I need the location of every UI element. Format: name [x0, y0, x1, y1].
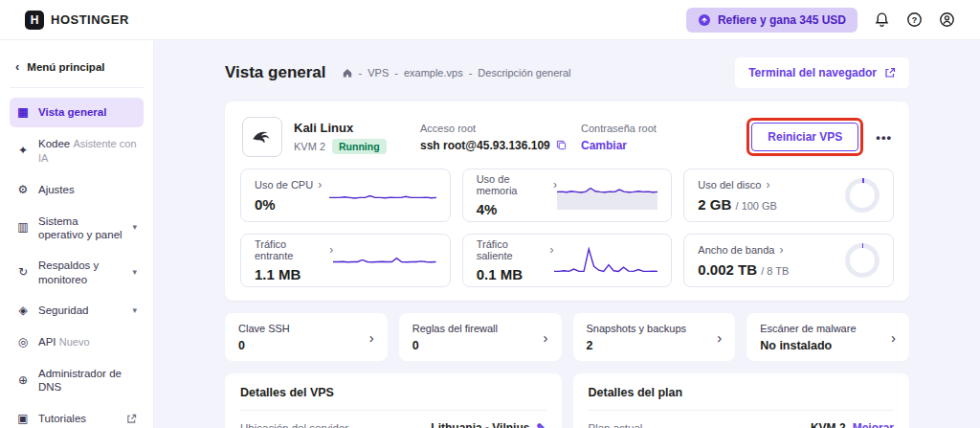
chevron-down-icon: ▾: [132, 305, 137, 316]
os-logo-icon: [242, 117, 282, 157]
metric-card-bandwidth[interactable]: Ancho de banda› 0.002 TB / 8 TB: [683, 234, 894, 287]
root-password-block: Contraseña root Cambiar: [581, 123, 742, 152]
browser-terminal-button[interactable]: Terminal del navegador: [735, 57, 909, 88]
metric-card-traffic-in[interactable]: Tráfico entrante› 1.1 MB: [240, 234, 451, 287]
status-badge: Running: [332, 139, 387, 154]
metric-card-memory[interactable]: Uso de memoria› 4%: [462, 169, 673, 222]
help-icon[interactable]: ?: [906, 11, 923, 28]
topbar-actions: Refiere y gana 345 USD ?: [686, 8, 955, 33]
chevron-right-icon: ›: [779, 243, 783, 257]
sidebar-item-sistema-operativo[interactable]: ▥ Sistema operativo y panel ▾: [10, 207, 144, 250]
dns-globe-icon: ⊕: [16, 373, 30, 388]
breadcrumb-separator: -: [469, 67, 473, 79]
metric-value: 2 GB: [698, 196, 731, 213]
breadcrumb-crumb: Descripción general: [478, 67, 570, 79]
notifications-bell-icon[interactable]: [874, 11, 890, 28]
sidebar-item-ajustes[interactable]: ⚙ Ajustes: [10, 175, 144, 205]
backups-restore-icon: ↻: [16, 265, 30, 280]
chevron-right-icon: ›: [544, 329, 548, 346]
server-location-value: Lithuania - Vilnius: [431, 421, 529, 428]
home-icon: [342, 67, 353, 79]
chevron-right-icon: ›: [766, 178, 769, 191]
metric-value: 4%: [477, 201, 498, 217]
change-password-link[interactable]: Cambiar: [581, 139, 627, 152]
back-label: Menú principal: [27, 61, 104, 73]
more-options-icon[interactable]: •••: [876, 130, 892, 145]
main-content: Vista general - VPS - example.vps - Desc…: [154, 40, 980, 428]
bandwidth-donut-chart: [845, 243, 880, 278]
metric-value: 0%: [255, 196, 276, 213]
plan-details-title: Detalles del plan: [589, 386, 895, 411]
metric-card-traffic-out[interactable]: Tráfico saliente› 0.1 MB: [462, 234, 673, 287]
annotation-highlight-box: Reiniciar VPS: [746, 118, 863, 156]
root-access-label: Acceso root: [420, 123, 581, 134]
edit-pencil-icon[interactable]: ✎: [536, 421, 546, 428]
sidebar-item-vista-general[interactable]: ▦ Vista general: [10, 98, 144, 127]
breadcrumb-crumb[interactable]: VPS: [368, 67, 389, 79]
sidebar-item-dns[interactable]: ⊕ Administrador de DNS: [10, 359, 144, 402]
ssh-key-card[interactable]: Clave SSH 0 ›: [225, 313, 388, 361]
metric-value: 0.1 MB: [477, 266, 523, 282]
metric-label: Uso del disco: [698, 179, 761, 191]
referral-icon: [698, 13, 711, 27]
hostinger-logo[interactable]: H HOSTINGER: [25, 11, 129, 30]
chevron-right-icon: ›: [891, 329, 896, 346]
chevron-right-icon: ›: [318, 178, 322, 191]
referral-label: Refiere y gana 345 USD: [718, 13, 846, 27]
breadcrumb: - VPS - example.vps - Descripción genera…: [342, 67, 571, 79]
sidebar-item-label: Vista general: [38, 105, 106, 119]
metrics-grid: Uso de CPU› 0% Uso de memoria› 4%: [240, 169, 894, 287]
sidebar-item-respaldos[interactable]: ↻ Respaldos y monitoreo ▾: [10, 251, 144, 294]
security-shield-icon: ◈: [16, 304, 30, 318]
upgrade-plan-link[interactable]: Mejorar: [853, 421, 894, 428]
sidebar-item-suffix: Nuevo: [59, 336, 90, 348]
snapshots-backups-card[interactable]: Snapshots y backups 2 ›: [573, 313, 736, 361]
page-header: Vista general - VPS - example.vps - Desc…: [225, 57, 909, 88]
vps-details-card: Detalles del VPS Ubicación del servidor …: [225, 373, 562, 428]
quick-card-title: Snapshots y backups: [587, 323, 687, 334]
chevron-left-icon: ‹: [15, 59, 19, 74]
gear-icon: ⚙: [16, 183, 30, 197]
sidebar-item-label: API Nuevo: [38, 335, 90, 349]
copy-icon[interactable]: [556, 140, 567, 150]
kodee-ai-icon: ✦: [16, 144, 30, 158]
sidebar-item-api[interactable]: ◎ API Nuevo: [10, 327, 144, 357]
profile-icon[interactable]: [939, 11, 955, 28]
metric-label: Tráfico entrante: [255, 238, 324, 261]
firewall-rules-card[interactable]: Reglas del firewall 0 ›: [399, 313, 562, 361]
metric-card-disk[interactable]: Uso del disco› 2 GB / 100 GB: [683, 169, 894, 222]
sidebar-item-seguridad[interactable]: ◈ Seguridad ▾: [10, 296, 144, 326]
external-link-icon: [126, 414, 137, 424]
sidebar-item-kodee[interactable]: ✦ Kodee Asistente con IA: [10, 129, 144, 173]
server-info-row: Kali Linux KVM 2 Running Acceso root ssh…: [240, 113, 894, 169]
quick-card-title: Reglas del firewall: [412, 323, 498, 334]
quick-card-title: Escáner de malware: [760, 323, 856, 334]
chevron-down-icon: ▾: [132, 222, 137, 233]
ssh-command: ssh root@45.93.136.109: [420, 139, 550, 152]
malware-scanner-card[interactable]: Escáner de malware No instalado ›: [746, 313, 909, 361]
sidebar-item-label: Tutoriales: [38, 412, 86, 425]
quick-card-title: Clave SSH: [238, 323, 290, 334]
metric-card-cpu[interactable]: Uso de CPU› 0%: [240, 169, 451, 222]
metric-suffix: / 100 GB: [736, 200, 777, 212]
metric-suffix: / 8 TB: [761, 265, 789, 277]
os-panel-icon: ▥: [16, 220, 30, 235]
sidebar-item-label: Respaldos y monitoreo: [38, 259, 123, 286]
top-header: H HOSTINGER Refiere y gana 345 USD ?: [0, 0, 980, 40]
svg-text:?: ?: [912, 15, 918, 25]
server-location-label: Ubicación del servidor: [240, 422, 348, 428]
metric-label: Tráfico saliente: [477, 238, 546, 261]
referral-button[interactable]: Refiere y gana 345 USD: [686, 8, 858, 33]
back-to-main-menu[interactable]: ‹ Menú principal: [10, 52, 144, 88]
metric-value: 0.002 TB: [698, 261, 757, 278]
metric-label: Uso de CPU: [255, 179, 313, 191]
quick-card-value: 0: [238, 339, 290, 352]
os-info: Kali Linux KVM 2 Running: [294, 121, 420, 154]
memory-sparkline-chart: [557, 181, 657, 210]
breadcrumb-crumb[interactable]: example.vps: [404, 67, 463, 79]
vps-details-title: Detalles del VPS: [240, 386, 546, 411]
traffic-in-sparkline-chart: [333, 246, 435, 275]
restart-vps-button[interactable]: Reiniciar VPS: [751, 123, 858, 151]
sidebar-item-tutoriales[interactable]: ▣ Tutoriales: [10, 404, 144, 428]
breadcrumb-separator: -: [394, 67, 398, 79]
